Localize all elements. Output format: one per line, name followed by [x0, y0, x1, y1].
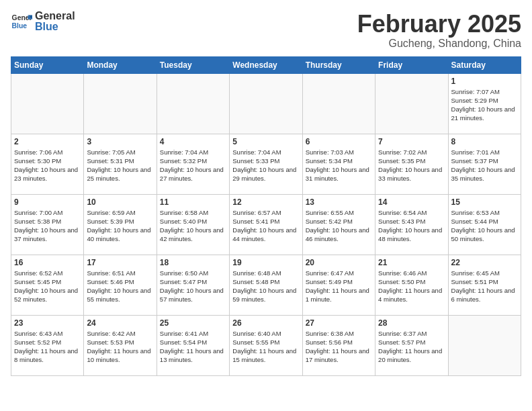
day-number: 2 [14, 137, 81, 146]
day-number: 18 [160, 258, 226, 267]
calendar-cell: 23Sunrise: 6:43 AM Sunset: 5:52 PM Dayli… [11, 315, 84, 375]
calendar-cell: 28Sunrise: 6:37 AM Sunset: 5:57 PM Dayli… [375, 315, 448, 375]
header: General Blue General Blue February 2025 … [11, 11, 521, 50]
calendar-cell: 4Sunrise: 7:04 AM Sunset: 5:32 PM Daylig… [157, 134, 229, 194]
day-number: 8 [451, 137, 518, 146]
day-number: 9 [14, 197, 81, 207]
day-info: Sunrise: 6:48 AM Sunset: 5:48 PM Dayligh… [232, 269, 299, 304]
day-info: Sunrise: 6:55 AM Sunset: 5:42 PM Dayligh… [306, 208, 372, 244]
day-number: 27 [306, 318, 372, 328]
weekday-header-friday: Friday [375, 56, 448, 73]
day-number: 11 [160, 197, 226, 207]
day-number: 28 [378, 318, 445, 328]
logo: General Blue General Blue [11, 11, 75, 32]
day-number: 7 [378, 137, 445, 146]
day-info: Sunrise: 6:57 AM Sunset: 5:41 PM Dayligh… [232, 208, 299, 244]
calendar-cell: 3Sunrise: 7:05 AM Sunset: 5:31 PM Daylig… [84, 134, 157, 194]
day-number: 14 [378, 197, 445, 207]
calendar-cell: 11Sunrise: 6:58 AM Sunset: 5:40 PM Dayli… [157, 194, 229, 255]
calendar-cell: 19Sunrise: 6:48 AM Sunset: 5:48 PM Dayli… [230, 255, 302, 315]
day-info: Sunrise: 7:04 AM Sunset: 5:33 PM Dayligh… [232, 148, 299, 183]
day-number: 3 [87, 137, 153, 146]
day-number: 10 [87, 197, 153, 207]
day-number: 17 [87, 258, 153, 267]
calendar-cell: 6Sunrise: 7:03 AM Sunset: 5:34 PM Daylig… [302, 134, 375, 194]
day-info: Sunrise: 6:54 AM Sunset: 5:43 PM Dayligh… [378, 208, 445, 244]
day-info: Sunrise: 7:02 AM Sunset: 5:35 PM Dayligh… [378, 148, 445, 183]
calendar-cell [448, 315, 521, 375]
day-info: Sunrise: 6:46 AM Sunset: 5:50 PM Dayligh… [378, 269, 445, 304]
calendar-cell: 14Sunrise: 6:54 AM Sunset: 5:43 PM Dayli… [375, 194, 448, 255]
day-info: Sunrise: 6:43 AM Sunset: 5:52 PM Dayligh… [14, 329, 81, 365]
calendar-cell: 1Sunrise: 7:07 AM Sunset: 5:29 PM Daylig… [448, 73, 521, 134]
day-info: Sunrise: 7:03 AM Sunset: 5:34 PM Dayligh… [306, 148, 372, 183]
day-info: Sunrise: 6:45 AM Sunset: 5:51 PM Dayligh… [451, 269, 518, 304]
logo-blue: Blue [35, 21, 75, 32]
day-number: 1 [451, 77, 518, 86]
logo-icon: General Blue [11, 11, 32, 32]
day-number: 24 [87, 318, 153, 328]
day-number: 21 [378, 258, 445, 267]
weekday-header-tuesday: Tuesday [157, 56, 229, 73]
weekday-header-thursday: Thursday [302, 56, 375, 73]
day-number: 25 [160, 318, 226, 328]
day-info: Sunrise: 6:52 AM Sunset: 5:45 PM Dayligh… [14, 269, 81, 304]
calendar-week-row: 16Sunrise: 6:52 AM Sunset: 5:45 PM Dayli… [11, 255, 521, 315]
location-title: Gucheng, Shandong, China [357, 38, 521, 50]
day-info: Sunrise: 6:37 AM Sunset: 5:57 PM Dayligh… [378, 329, 445, 365]
calendar: SundayMondayTuesdayWednesdayThursdayFrid… [11, 56, 521, 376]
day-info: Sunrise: 6:51 AM Sunset: 5:46 PM Dayligh… [87, 269, 153, 304]
day-info: Sunrise: 6:40 AM Sunset: 5:55 PM Dayligh… [232, 329, 299, 365]
day-info: Sunrise: 6:38 AM Sunset: 5:56 PM Dayligh… [306, 329, 372, 365]
day-info: Sunrise: 7:07 AM Sunset: 5:29 PM Dayligh… [451, 87, 518, 123]
day-number: 13 [306, 197, 372, 207]
calendar-cell: 10Sunrise: 6:59 AM Sunset: 5:39 PM Dayli… [84, 194, 157, 255]
day-number: 19 [232, 258, 299, 267]
day-info: Sunrise: 6:42 AM Sunset: 5:53 PM Dayligh… [87, 329, 153, 365]
svg-text:Blue: Blue [12, 22, 28, 30]
calendar-cell: 8Sunrise: 7:01 AM Sunset: 5:37 PM Daylig… [448, 134, 521, 194]
calendar-week-row: 2Sunrise: 7:06 AM Sunset: 5:30 PM Daylig… [11, 134, 521, 194]
calendar-cell: 15Sunrise: 6:53 AM Sunset: 5:44 PM Dayli… [448, 194, 521, 255]
weekday-header-wednesday: Wednesday [230, 56, 302, 73]
calendar-cell: 21Sunrise: 6:46 AM Sunset: 5:50 PM Dayli… [375, 255, 448, 315]
weekday-header-row: SundayMondayTuesdayWednesdayThursdayFrid… [11, 56, 521, 73]
calendar-cell: 2Sunrise: 7:06 AM Sunset: 5:30 PM Daylig… [11, 134, 84, 194]
calendar-cell: 17Sunrise: 6:51 AM Sunset: 5:46 PM Dayli… [84, 255, 157, 315]
title-area: February 2025 Gucheng, Shandong, China [357, 11, 521, 50]
day-info: Sunrise: 7:05 AM Sunset: 5:31 PM Dayligh… [87, 148, 153, 183]
day-number: 15 [451, 197, 518, 207]
calendar-cell [375, 73, 448, 134]
day-number: 26 [232, 318, 299, 328]
calendar-cell: 16Sunrise: 6:52 AM Sunset: 5:45 PM Dayli… [11, 255, 84, 315]
calendar-cell [157, 73, 229, 134]
calendar-cell [230, 73, 302, 134]
day-info: Sunrise: 6:53 AM Sunset: 5:44 PM Dayligh… [451, 208, 518, 244]
weekday-header-monday: Monday [84, 56, 157, 73]
calendar-cell: 22Sunrise: 6:45 AM Sunset: 5:51 PM Dayli… [448, 255, 521, 315]
day-number: 12 [232, 197, 299, 207]
day-info: Sunrise: 7:04 AM Sunset: 5:32 PM Dayligh… [160, 148, 226, 183]
calendar-cell: 5Sunrise: 7:04 AM Sunset: 5:33 PM Daylig… [230, 134, 302, 194]
calendar-cell [11, 73, 84, 134]
calendar-week-row: 9Sunrise: 7:00 AM Sunset: 5:38 PM Daylig… [11, 194, 521, 255]
day-number: 22 [451, 258, 518, 267]
calendar-cell: 12Sunrise: 6:57 AM Sunset: 5:41 PM Dayli… [230, 194, 302, 255]
calendar-cell: 25Sunrise: 6:41 AM Sunset: 5:54 PM Dayli… [157, 315, 229, 375]
day-number: 23 [14, 318, 81, 328]
calendar-week-row: 23Sunrise: 6:43 AM Sunset: 5:52 PM Dayli… [11, 315, 521, 375]
day-number: 4 [160, 137, 226, 146]
day-number: 6 [306, 137, 372, 146]
calendar-cell: 18Sunrise: 6:50 AM Sunset: 5:47 PM Dayli… [157, 255, 229, 315]
weekday-header-sunday: Sunday [11, 56, 84, 73]
calendar-cell: 26Sunrise: 6:40 AM Sunset: 5:55 PM Dayli… [230, 315, 302, 375]
calendar-cell: 27Sunrise: 6:38 AM Sunset: 5:56 PM Dayli… [302, 315, 375, 375]
day-number: 20 [306, 258, 372, 267]
calendar-cell [84, 73, 157, 134]
day-number: 16 [14, 258, 81, 267]
month-title: February 2025 [357, 11, 521, 38]
day-info: Sunrise: 6:41 AM Sunset: 5:54 PM Dayligh… [160, 329, 226, 365]
calendar-cell [302, 73, 375, 134]
day-info: Sunrise: 6:50 AM Sunset: 5:47 PM Dayligh… [160, 269, 226, 304]
weekday-header-saturday: Saturday [448, 56, 521, 73]
